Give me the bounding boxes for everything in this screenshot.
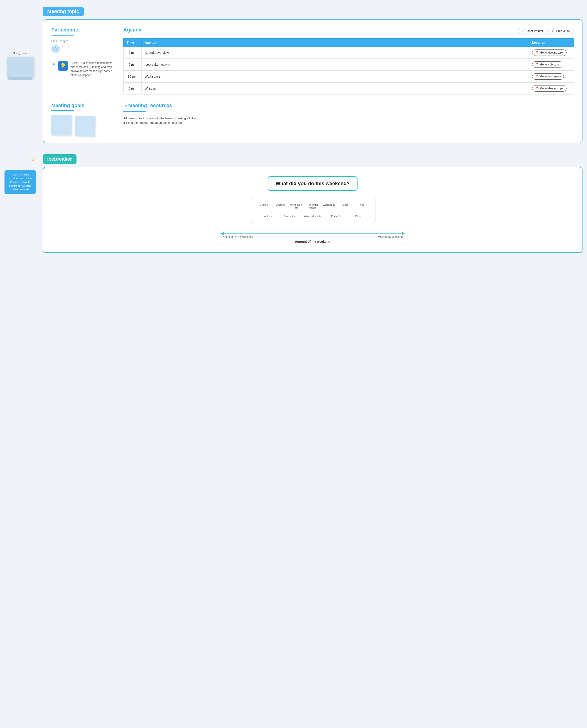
agenda-item: Wrap up: [142, 83, 529, 94]
icebreaker-question: What did you do this weekend?: [268, 177, 357, 191]
icebreaker-hint-box: Click the Visual Activities icon on the …: [4, 170, 36, 194]
agenda-location: 📍 Go to Meeting topic: [529, 47, 574, 59]
activity-options-panel: ChoresCookingWent out to eatTime with fr…: [250, 197, 376, 224]
laser-pointer-label: Laser Pointer: [526, 29, 543, 32]
agenda-row: 5 min Wrap up 📍 Go to Meeting topic: [123, 83, 574, 94]
axis-arrow-line: [223, 233, 403, 234]
axis-section: Not much of my weekend Most of my weeken…: [223, 233, 403, 243]
participants-hint-text: Press "+" to choose a teammate to add to…: [71, 61, 114, 77]
agenda-time: 5 min: [123, 83, 142, 94]
goto-button[interactable]: 📍 Go to Meeting topic: [532, 49, 566, 56]
add-participant-button[interactable]: +: [62, 45, 70, 53]
participants-underline: [51, 34, 74, 36]
meeting-resources-title: Meeting resources: [128, 102, 172, 109]
axis-right-label: Most of my weekend: [378, 235, 402, 238]
agenda-col-location: Location: [529, 39, 574, 47]
goal-card-1: [51, 115, 72, 136]
agenda-row: 5 min Agenda overview 📍 Go to Meeting to…: [123, 47, 574, 59]
activity-option[interactable]: Time with friends: [305, 202, 320, 211]
agenda-col-agenda: Agenda: [142, 39, 529, 47]
laser-pointer-button[interactable]: Laser Pointer: [518, 28, 546, 34]
agenda-table: Time Agenda Location 5 min Agenda overvi…: [123, 38, 574, 94]
goto-button[interactable]: 📍 Go to Workspace: [532, 73, 564, 80]
profile-shapes-label: Profile shapes: [51, 40, 114, 43]
meeting-goals-title: Meeting goals: [51, 102, 114, 109]
hint-icon-box: 💡: [58, 61, 68, 71]
agenda-location: 📍 Go to Icebreaker: [529, 59, 574, 71]
agenda-location: 📍 Go to Meeting topic: [529, 83, 574, 94]
resources-arrow-icon: ↗: [122, 102, 128, 110]
sticky-notes-label: Sticky notes: [4, 52, 36, 55]
axis-title: Amount of my weekend: [295, 240, 330, 243]
meeting-topic-label: Meeting topic: [43, 7, 84, 16]
agenda-location: 📍 Go to Workspace: [529, 71, 574, 83]
icebreaker-label: Icebreaker: [43, 154, 76, 164]
avatar-icon: [51, 45, 60, 53]
activity-option[interactable]: Went out to eat: [289, 202, 304, 211]
activity-option[interactable]: Cooking: [273, 202, 288, 211]
meeting-goals-section: Meeting goals: [51, 102, 114, 136]
icebreaker-card: What did you do this weekend? ChoresCook…: [43, 167, 583, 253]
meeting-topic-card: Participants Profile shapes + ↗ 💡 Press …: [43, 19, 583, 143]
agenda-item: Agenda overview: [142, 47, 529, 59]
svg-point-2: [524, 29, 524, 30]
activity-option[interactable]: Slept: [337, 202, 353, 211]
agenda-time: 30 min: [123, 71, 142, 83]
goto-button[interactable]: 📍 Go to Icebreaker: [532, 62, 563, 68]
agenda-title: Agenda: [123, 27, 142, 33]
meeting-resources-desc: Add resources to share with the team by …: [123, 116, 204, 125]
agenda-item: Workspace: [142, 71, 529, 83]
agenda-section: Agenda Laser Pointer Start 45:00: [123, 27, 574, 94]
participants-title: Participants: [51, 27, 114, 33]
activity-option[interactable]: Watched sports: [302, 214, 324, 219]
goal-card-2: [75, 116, 96, 137]
activity-option[interactable]: Hobbies: [256, 214, 278, 219]
activity-option[interactable]: Family time: [279, 214, 301, 219]
agenda-time: 5 min: [123, 47, 142, 59]
svg-point-0: [55, 47, 56, 49]
agenda-row: 30 min Workspace 📍 Go to Workspace: [123, 71, 574, 83]
icebreaker-wrapper: Click the Visual Activities icon on the …: [4, 154, 583, 253]
svg-line-1: [521, 29, 524, 32]
sticky-notes-thumbnail: Sticky notes: [4, 52, 36, 78]
activity-option[interactable]: Partied!: [324, 214, 346, 219]
activity-option[interactable]: Chores: [256, 202, 272, 211]
axis-left-label: Not much of my weekend: [223, 235, 253, 238]
hint-arrow-icon: ↗: [50, 62, 56, 68]
participants-section: Participants Profile shapes + ↗ 💡 Press …: [51, 27, 114, 94]
activity-option[interactable]: Other: [347, 214, 369, 219]
agenda-row: 5 min Icebreaker activity 📍 Go to Icebre…: [123, 59, 574, 71]
activity-option[interactable]: Read: [354, 202, 369, 211]
start-timer-label: Start 45:00: [556, 29, 570, 32]
meeting-resources-section: ↗ Meeting resources Add resources to sha…: [123, 102, 574, 136]
agenda-item: Icebreaker activity: [142, 59, 529, 71]
goto-button[interactable]: 📍 Go to Meeting topic: [532, 85, 566, 92]
agenda-col-time: Time: [123, 39, 142, 47]
agenda-time: 5 min: [123, 59, 142, 71]
start-timer-button[interactable]: Start 45:00: [548, 28, 574, 34]
sticky-note-image: [7, 57, 33, 78]
activity-option[interactable]: Watched tv: [321, 202, 336, 211]
spark-left-icon: |/: [30, 156, 35, 163]
